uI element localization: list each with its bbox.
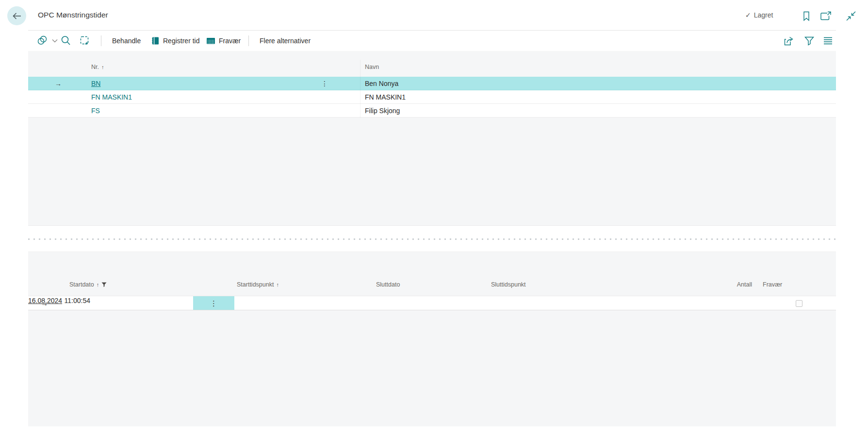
- employee-navn: Ben Nonya: [365, 77, 398, 90]
- save-status-label: Lagret: [754, 11, 773, 19]
- flere-alternativer-label: Flere alternativer: [260, 37, 311, 45]
- employee-row[interactable]: FN MASKIN1 FN MASKIN1: [28, 90, 836, 104]
- employee-navn: FN MASKIN1: [365, 90, 406, 103]
- employee-nr-link[interactable]: BN: [91, 77, 100, 90]
- employee-row[interactable]: → BN ⋮ Ben Nonya: [28, 77, 836, 90]
- registrer-tid-button[interactable]: Registrer tid: [151, 31, 199, 51]
- analysis-button[interactable]: [80, 31, 90, 51]
- list-icon: [823, 36, 833, 45]
- section-separator: [28, 238, 836, 240]
- top-bar: OPC Mønstringstider ✓ Lagret: [0, 0, 868, 30]
- sort-asc-icon: ↑: [101, 64, 104, 70]
- column-header-starttidspunkt[interactable]: Starttidspunkt ↑: [237, 281, 279, 288]
- starttidspunkt-value: 11:00:54: [65, 297, 90, 304]
- search-button[interactable]: [61, 31, 71, 51]
- column-header-sluttdato[interactable]: Sluttdato: [376, 281, 400, 288]
- views-button[interactable]: [37, 31, 58, 51]
- registrer-tid-label: Registrer tid: [163, 37, 199, 45]
- behandle-button[interactable]: Behandle: [112, 31, 141, 51]
- column-header-fravaer[interactable]: Fravær: [763, 281, 782, 288]
- sort-asc-icon: ↑: [276, 282, 279, 287]
- column-header-navn[interactable]: Navn: [365, 64, 379, 70]
- column-header-nr[interactable]: Nr. ↑: [91, 64, 104, 70]
- back-button[interactable]: [7, 6, 26, 25]
- share-icon: [783, 35, 795, 46]
- column-separator: [360, 60, 360, 118]
- back-arrow-icon: [12, 12, 22, 20]
- action-bar: Behandle Registrer tid: [0, 31, 868, 51]
- fravaer-label: Fravær: [219, 37, 241, 45]
- bookmark-icon[interactable]: [800, 10, 813, 22]
- flere-alternativer-button[interactable]: Flere alternativer: [260, 31, 311, 51]
- journal-book-icon: [151, 36, 160, 45]
- filter-funnel-icon: [804, 36, 815, 46]
- employee-row[interactable]: FS Filip Skjong: [28, 104, 836, 118]
- collapse-layout-icon[interactable]: [844, 10, 858, 22]
- column-header-startdato[interactable]: Startdato ↑: [69, 281, 107, 288]
- search-icon: [61, 35, 71, 46]
- app-window: OPC Mønstringstider ✓ Lagret: [0, 0, 868, 439]
- save-status: ✓ Lagret: [745, 0, 773, 30]
- selected-cell[interactable]: ⋮: [193, 296, 234, 310]
- employee-nr-link[interactable]: FS: [91, 104, 100, 117]
- column-header-antall[interactable]: Antall: [728, 281, 752, 288]
- check-icon: ✓: [745, 11, 751, 19]
- sort-asc-icon: ↑: [97, 282, 99, 287]
- row-arrow-icon: →: [55, 77, 62, 90]
- row-arrow-icon: →: [41, 296, 48, 310]
- employee-navn: Filip Skjong: [365, 104, 400, 117]
- analysis-icon: [80, 35, 90, 46]
- list-options-button[interactable]: [823, 31, 833, 51]
- column-filter-icon: [101, 282, 107, 287]
- fravaer-checkbox[interactable]: [796, 300, 802, 307]
- views-icon: [37, 35, 49, 46]
- open-in-window-icon[interactable]: [819, 10, 833, 22]
- times-grid: Startdato ↑ Starttidspunkt ↑ Sluttdato S…: [28, 252, 836, 426]
- page-title: OPC Mønstringstider: [38, 0, 108, 30]
- action-divider: [248, 35, 249, 46]
- employees-list: Nr. ↑ Navn → BN ⋮ Ben Nonya FN MASKIN1 F…: [28, 51, 836, 226]
- grid-calendar-icon: [206, 37, 215, 45]
- chevron-down-icon: [52, 39, 58, 43]
- row-menu-icon[interactable]: ⋮: [321, 77, 328, 90]
- share-button[interactable]: [783, 31, 795, 51]
- row-menu-icon[interactable]: ⋮: [210, 300, 217, 307]
- employee-nr-link[interactable]: FN MASKIN1: [91, 90, 132, 103]
- column-header-sluttidspunkt[interactable]: Sluttidspunkt: [491, 281, 526, 288]
- fravaer-button[interactable]: Fravær: [206, 31, 241, 51]
- behandle-label: Behandle: [112, 37, 141, 45]
- filter-button[interactable]: [804, 31, 815, 51]
- action-divider: [101, 35, 101, 46]
- time-row[interactable]: → 16.08.2024 ⋮ 11:00:54: [28, 296, 836, 310]
